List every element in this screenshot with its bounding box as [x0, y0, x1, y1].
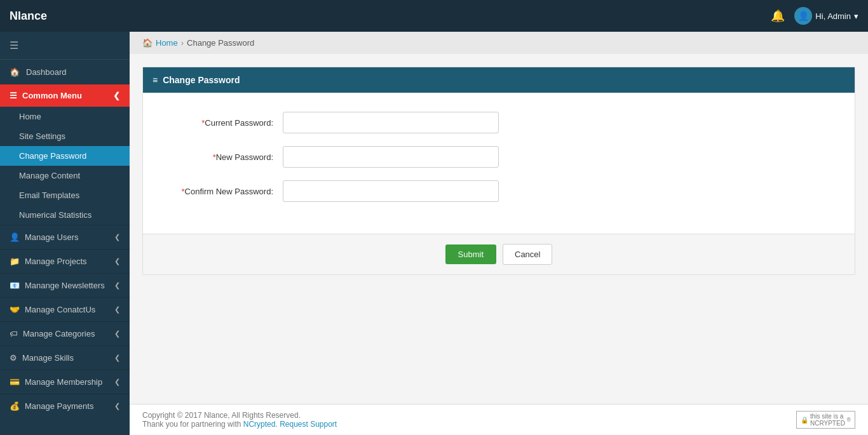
- layout: ☰ 🏠 Dashboard ☰ Common Menu ❮ Home Site …: [0, 32, 868, 435]
- chevron-right-icon-3: ❮: [114, 281, 120, 290]
- confirm-password-label: *Confirm New Password:: [156, 187, 283, 196]
- change-password-card: ≡ Change Password *Current Password: *Ne…: [142, 67, 855, 275]
- sidebar-toggle-button[interactable]: ☰: [0, 32, 130, 60]
- card-header-icon: ≡: [153, 75, 158, 85]
- sidebar: ☰ 🏠 Dashboard ☰ Common Menu ❮ Home Site …: [0, 32, 130, 435]
- card-header: ≡ Change Password: [143, 67, 855, 93]
- badge-text: this site is a: [810, 413, 845, 420]
- sidebar-item-manage-payments[interactable]: 💰 Manage Payments ❮: [0, 394, 130, 418]
- sidebar-item-manage-membership[interactable]: 💳 Manage Membership ❮: [0, 370, 130, 394]
- breadcrumb: 🏠 Home › Change Password: [130, 32, 868, 54]
- footer: Copyright © 2017 Nlance, All Rights Rese…: [130, 404, 868, 435]
- confirm-password-input[interactable]: [283, 180, 499, 202]
- footer-ncrypted-link[interactable]: NCrypted.: [243, 420, 278, 429]
- sidebar-section-common-menu[interactable]: ☰ Common Menu ❮: [0, 84, 130, 107]
- home-icon: 🏠: [142, 38, 153, 48]
- chevron-right-icon-4: ❮: [114, 305, 120, 314]
- dashboard-label: Dashboard: [26, 67, 67, 77]
- chevron-right-icon-8: ❮: [114, 402, 120, 410]
- manage-newsletters-icon: 📧: [10, 281, 20, 290]
- manage-users-icon: 👤: [10, 232, 20, 242]
- dashboard-icon: 🏠: [10, 67, 20, 77]
- common-menu-label: Common Menu: [22, 91, 82, 100]
- breadcrumb-separator: ›: [181, 38, 184, 48]
- submenu-item-numerical-statistics[interactable]: Numerical Statistics: [0, 205, 130, 225]
- footer-request-support-link[interactable]: Request Support: [280, 420, 337, 429]
- breadcrumb-current: Change Password: [187, 38, 254, 48]
- manage-projects-icon: 📁: [10, 257, 20, 266]
- submenu-item-site-settings[interactable]: Site Settings: [0, 126, 130, 146]
- menu-lines-icon: ☰: [10, 91, 17, 100]
- hamburger-icon: ☰: [10, 40, 18, 51]
- registered-icon: ®: [847, 417, 851, 423]
- user-avatar-icon: 👤: [794, 7, 812, 25]
- current-password-input[interactable]: [283, 112, 499, 133]
- navbar-right: 🔔 👤 Hi, Admin ▾: [771, 7, 858, 25]
- navbar: Nlance 🔔 👤 Hi, Admin ▾: [0, 0, 868, 32]
- user-menu[interactable]: 👤 Hi, Admin ▾: [794, 7, 858, 25]
- notification-bell-icon[interactable]: 🔔: [771, 9, 785, 23]
- chevron-right-icon-6: ❮: [114, 354, 120, 362]
- manage-projects-label: Manage Projects: [25, 257, 87, 266]
- footer-partner-text: Thank you for partnering with: [142, 420, 241, 429]
- chevron-right-icon-5: ❮: [114, 330, 120, 338]
- manage-contactus-label: Manage ConatctUs: [25, 305, 95, 314]
- breadcrumb-home-link[interactable]: Home: [156, 38, 178, 48]
- sidebar-item-manage-contactus[interactable]: 🤝 Manage ConatctUs ❮: [0, 297, 130, 321]
- chevron-right-icon-2: ❮: [114, 257, 120, 265]
- submenu-item-manage-content[interactable]: Manage Content: [0, 166, 130, 185]
- user-greeting: Hi, Admin: [815, 11, 851, 21]
- manage-payments-label: Manage Payments: [25, 401, 93, 411]
- submenu-item-change-password[interactable]: Change Password: [0, 146, 130, 166]
- card-footer: Submit Cancel: [143, 234, 855, 274]
- new-password-group: *New Password:: [156, 146, 842, 168]
- new-password-input[interactable]: [283, 146, 499, 168]
- sidebar-item-manage-skills[interactable]: ⚙ Manage Skills ❮: [0, 345, 130, 370]
- manage-payments-icon: 💰: [10, 401, 20, 411]
- manage-users-label: Manage Users: [25, 232, 79, 242]
- sidebar-item-manage-newsletters[interactable]: 📧 Manange Newsletters ❮: [0, 273, 130, 297]
- sidebar-item-dashboard[interactable]: 🏠 Dashboard: [0, 60, 130, 84]
- sidebar-item-manage-users[interactable]: 👤 Manage Users ❮: [0, 225, 130, 249]
- badge-brand: NCRYPTED: [810, 420, 845, 427]
- manage-newsletters-label: Manange Newsletters: [25, 281, 105, 290]
- cancel-button[interactable]: Cancel: [503, 244, 552, 265]
- chevron-right-icon-7: ❮: [114, 378, 120, 386]
- common-menu-submenu: Home Site Settings Change Password Manag…: [0, 107, 130, 225]
- sidebar-item-manage-projects[interactable]: 📁 Manage Projects ❮: [0, 249, 130, 273]
- sidebar-item-manage-categories[interactable]: 🏷 Manage Categories ❮: [0, 321, 130, 345]
- confirm-password-group: *Confirm New Password:: [156, 180, 842, 202]
- manage-categories-label: Manage Categories: [23, 329, 95, 338]
- submenu-item-email-templates[interactable]: Email Templates: [0, 185, 130, 205]
- app-brand: Nlance: [10, 10, 47, 23]
- chevron-right-icon: ❮: [114, 233, 120, 241]
- new-password-label: *New Password:: [156, 152, 283, 162]
- dropdown-arrow-icon: ▾: [854, 11, 858, 21]
- manage-categories-icon: 🏷: [10, 329, 18, 338]
- collapse-icon: ❮: [113, 91, 120, 100]
- manage-skills-icon: ⚙: [10, 353, 17, 363]
- submenu-item-home[interactable]: Home: [0, 107, 130, 126]
- current-password-label: *Current Password:: [156, 118, 283, 128]
- manage-contactus-icon: 🤝: [10, 305, 20, 314]
- current-password-group: *Current Password:: [156, 112, 842, 133]
- ncrypted-badge: 🔒 this site is a NCRYPTED ®: [796, 411, 855, 429]
- card-body: *Current Password: *New Password: *Confi…: [143, 93, 855, 234]
- footer-right: 🔒 this site is a NCRYPTED ®: [796, 411, 855, 429]
- manage-membership-icon: 💳: [10, 377, 20, 387]
- card-header-title: Change Password: [163, 75, 240, 85]
- footer-copyright: Copyright © 2017 Nlance, All Rights Rese…: [142, 411, 301, 420]
- lock-icon: 🔒: [801, 417, 808, 424]
- submit-button[interactable]: Submit: [445, 244, 496, 264]
- manage-skills-label: Manage Skills: [22, 353, 74, 363]
- footer-left: Copyright © 2017 Nlance, All Rights Rese…: [142, 411, 337, 429]
- manage-membership-label: Manage Membership: [25, 377, 102, 387]
